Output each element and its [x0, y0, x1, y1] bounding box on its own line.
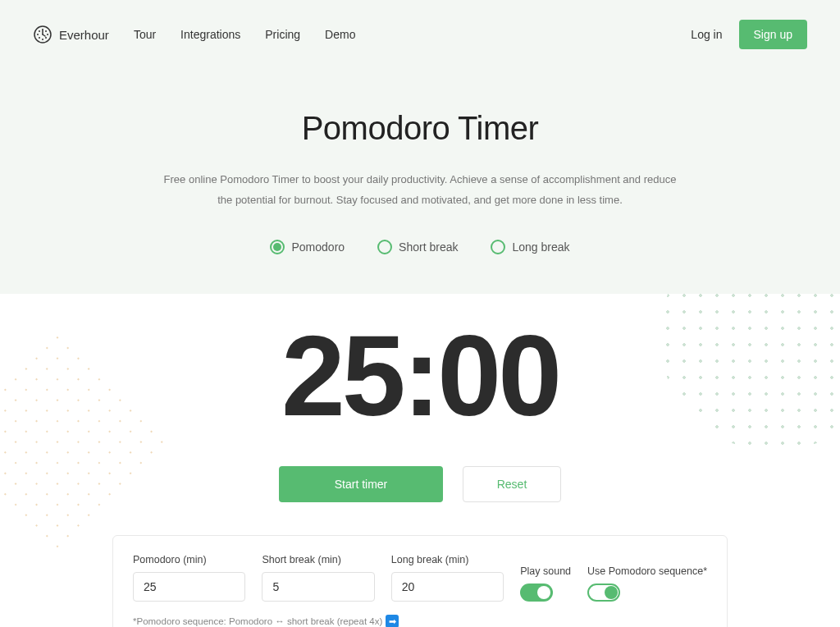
signup-button[interactable]: Sign up	[739, 20, 807, 49]
svg-point-7	[39, 37, 40, 39]
play-sound-toggle[interactable]	[520, 584, 553, 602]
brand-name: Everhour	[59, 28, 109, 42]
radio-icon	[270, 240, 285, 254]
radio-icon	[491, 240, 505, 254]
svg-point-8	[39, 30, 40, 32]
settings-footnote: *Pomodoro sequence: Pomodoro ↔ short bre…	[133, 615, 707, 627]
mode-pomodoro[interactable]: Pomodoro	[270, 240, 345, 254]
hero-section: Pomodoro Timer Free online Pomodoro Time…	[0, 69, 840, 294]
mode-label: Pomodoro	[291, 240, 345, 254]
mode-label: Short break	[399, 240, 458, 254]
svg-point-5	[45, 30, 47, 32]
nav-demo[interactable]: Demo	[325, 28, 355, 41]
radio-icon	[377, 240, 392, 254]
start-timer-button[interactable]: Start timer	[279, 466, 443, 502]
nav-integrations[interactable]: Integrations	[180, 28, 240, 41]
settings-panel: Pomodoro (min) Short break (min) Long br…	[112, 535, 728, 627]
long-break-input[interactable]	[391, 572, 504, 602]
svg-point-4	[37, 34, 39, 35]
top-header: Everhour Tour Integrations Pricing Demo …	[0, 0, 840, 69]
short-break-duration-setting: Short break (min)	[262, 554, 374, 602]
svg-point-3	[42, 39, 43, 40]
mode-selector: Pomodoro Short break Long break	[33, 240, 807, 254]
timer-section: 25:00 Start timer Reset Pomodoro (min) S…	[0, 294, 840, 627]
clock-icon	[33, 25, 52, 44]
page-description: Free online Pomodoro Timer to boost your…	[158, 170, 682, 210]
short-break-label: Short break (min)	[262, 554, 374, 565]
pomodoro-label: Pomodoro (min)	[133, 554, 245, 565]
mode-long-break[interactable]: Long break	[491, 240, 569, 254]
brand-logo[interactable]: Everhour	[33, 25, 109, 44]
short-break-input[interactable]	[262, 572, 374, 602]
svg-point-2	[47, 34, 48, 35]
pomodoro-duration-setting: Pomodoro (min)	[133, 554, 245, 602]
arrow-right-icon: ➡	[386, 615, 399, 627]
page-title: Pomodoro Timer	[33, 110, 807, 147]
use-sequence-label: Use Pomodoro sequence*	[587, 565, 707, 577]
mode-short-break[interactable]: Short break	[377, 240, 458, 254]
play-sound-label: Play sound	[520, 565, 571, 577]
long-break-duration-setting: Long break (min)	[391, 554, 504, 602]
svg-point-6	[45, 37, 47, 39]
timer-display: 25:00	[33, 318, 807, 433]
login-link[interactable]: Log in	[691, 28, 722, 41]
use-sequence-toggle[interactable]	[587, 584, 620, 602]
timer-controls: Start timer Reset	[33, 466, 807, 502]
footnote-prefix: *Pomodoro sequence: Pomodoro ↔ short bre…	[133, 616, 382, 626]
pomodoro-input[interactable]	[133, 572, 245, 602]
settings-row: Pomodoro (min) Short break (min) Long br…	[133, 554, 707, 602]
use-sequence-setting: Use Pomodoro sequence*	[587, 565, 707, 602]
svg-line-10	[43, 34, 45, 36]
header-right: Log in Sign up	[691, 20, 807, 49]
header-left: Everhour Tour Integrations Pricing Demo	[33, 25, 355, 44]
nav-pricing[interactable]: Pricing	[265, 28, 300, 41]
reset-button[interactable]: Reset	[463, 466, 561, 502]
mode-label: Long break	[512, 240, 569, 254]
long-break-label: Long break (min)	[391, 554, 504, 565]
play-sound-setting: Play sound	[520, 565, 571, 602]
nav-tour[interactable]: Tour	[134, 28, 156, 41]
